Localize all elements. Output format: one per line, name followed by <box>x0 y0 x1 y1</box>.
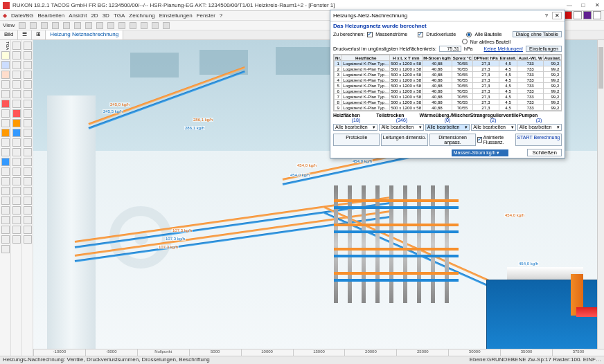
draw-icon[interactable] <box>12 80 21 89</box>
table-row[interactable]: 7Logatrend K-Plan Typ…500 x 1200 x 5840,… <box>335 94 562 100</box>
edit-icon[interactable] <box>24 80 32 89</box>
col-header[interactable]: Einstell. <box>499 55 517 61</box>
draw-icon[interactable] <box>12 109 21 118</box>
tool-icon[interactable] <box>1 187 10 195</box>
draw-icon[interactable] <box>12 235 21 244</box>
draw-icon[interactable] <box>12 100 21 108</box>
layers-icon[interactable] <box>30 22 37 29</box>
menu-2d[interactable]: 2D <box>91 12 98 19</box>
edit-icon[interactable] <box>24 158 32 166</box>
tool-icon[interactable] <box>1 235 10 244</box>
misc-tool-icon[interactable] <box>141 22 148 29</box>
edit-icon[interactable] <box>24 119 32 127</box>
tab-heizung-netz[interactable]: Heizung Netznachrechnung <box>46 30 123 39</box>
select-icon[interactable] <box>52 22 59 29</box>
tool-icon[interactable] <box>1 148 10 156</box>
box-icon[interactable] <box>107 22 114 29</box>
edit-icon[interactable] <box>24 42 32 50</box>
menu-tga[interactable]: TGA <box>114 12 125 19</box>
draw-icon[interactable] <box>12 148 21 156</box>
col-header[interactable]: H x L x T mm <box>390 55 423 61</box>
menu-ansicht[interactable]: Ansicht <box>69 12 87 19</box>
maximize-button[interactable]: □ <box>579 2 587 8</box>
dd-pu[interactable]: Alle bearbeiten▾ <box>517 124 562 131</box>
minimize-button[interactable]: — <box>565 2 574 8</box>
draw-icon[interactable] <box>12 42 21 50</box>
tool-icon[interactable] <box>1 245 10 253</box>
tool-icon[interactable] <box>1 206 10 215</box>
col-header[interactable]: Heizfläche <box>342 55 390 61</box>
dd-wm[interactable]: Alle bearbeiten▾ <box>425 124 470 131</box>
draw-icon[interactable] <box>12 158 21 166</box>
tool-icon[interactable] <box>1 71 10 79</box>
dd-sv[interactable]: Alle bearbeiten▾ <box>471 124 515 131</box>
tab-bild[interactable]: Bild <box>0 30 18 39</box>
link-no-messages[interactable]: Keine Meldungen! <box>484 46 523 51</box>
edit-icon[interactable] <box>24 177 32 185</box>
btn-leitungen[interactable]: Leitungen dimensio. <box>381 134 427 146</box>
menu-bearbeiten[interactable]: Bearbeiten <box>37 12 64 19</box>
result-table[interactable]: Nr.HeizflächeH x L x T mmM-Strom kg/hSpr… <box>333 54 562 111</box>
draw-icon[interactable] <box>12 216 21 224</box>
edit-icon[interactable] <box>24 90 32 98</box>
draw-icon[interactable] <box>12 51 21 60</box>
tool-icon[interactable] <box>1 129 10 137</box>
tool-icon[interactable] <box>1 138 10 147</box>
dd-hf[interactable]: Alle bearbeiten▾ <box>333 124 378 131</box>
table-row[interactable]: 8Logatrend K-Plan Typ…500 x 1200 x 5840,… <box>335 100 562 105</box>
draw-icon[interactable] <box>12 61 21 69</box>
dd-massflow-unit[interactable]: Massen-Strom kg/h ▾ <box>452 149 509 156</box>
tool-icon[interactable] <box>1 80 10 89</box>
tool-icon[interactable] <box>1 177 10 185</box>
col-header[interactable]: Nr. <box>335 55 342 61</box>
tool-icon[interactable] <box>1 61 10 69</box>
edit-icon[interactable] <box>24 100 32 108</box>
table-row[interactable]: 5Logatrend K-Plan Typ…500 x 1200 x 5840,… <box>335 83 562 89</box>
edit-icon[interactable] <box>24 167 32 176</box>
edit-icon[interactable] <box>24 61 32 69</box>
draw-icon[interactable] <box>12 119 21 127</box>
close-button[interactable]: ✕ <box>593 2 601 8</box>
tool-icon[interactable] <box>1 100 10 108</box>
misc-tool-icon[interactable] <box>163 22 170 29</box>
menu-fenster[interactable]: Fenster <box>197 12 215 19</box>
gear-icon[interactable] <box>19 22 26 29</box>
tab-grid-icon[interactable]: ⊞ <box>32 30 46 39</box>
edit-icon[interactable] <box>24 197 32 205</box>
rect-select-icon[interactable] <box>74 22 81 29</box>
app-shortcut-icon[interactable] <box>574 11 582 19</box>
draw-icon[interactable] <box>12 226 21 234</box>
btn-close[interactable]: Schließen <box>527 149 562 156</box>
col-header[interactable]: DPVent hPa <box>473 55 499 61</box>
chk-massflow[interactable] <box>367 32 373 37</box>
col-header[interactable]: Ausl.-WL W <box>517 55 543 61</box>
menu-zeichnung[interactable]: Zeichnung <box>129 12 154 19</box>
table-row[interactable]: 3Logatrend K-Plan Typ…500 x 1200 x 5840,… <box>335 72 562 78</box>
draw-icon[interactable] <box>12 129 21 137</box>
dd-ts[interactable]: Alle bearbeiten▾ <box>379 124 423 131</box>
ruler-icon[interactable] <box>63 22 70 29</box>
table-row[interactable]: 9Logatrend K-Plan Typ…500 x 1200 x 5840,… <box>335 105 562 111</box>
viewport-scrollbar[interactable] <box>597 40 604 349</box>
pan-icon[interactable] <box>96 22 103 29</box>
col-header[interactable]: Auslast. % <box>543 55 562 61</box>
edit-icon[interactable] <box>24 226 32 234</box>
draw-icon[interactable] <box>12 206 21 215</box>
dialog-help-icon[interactable]: ? <box>545 12 548 19</box>
tool-icon[interactable] <box>1 226 10 234</box>
draw-icon[interactable] <box>12 197 21 205</box>
radio-only-active[interactable] <box>462 39 468 44</box>
tool-icon[interactable] <box>1 119 10 127</box>
edit-icon[interactable] <box>24 129 32 137</box>
edit-icon[interactable] <box>24 216 32 224</box>
chk-animated-flow[interactable] <box>477 137 481 143</box>
table-row[interactable]: 4Logatrend K-Plan Typ…500 x 1200 x 5840,… <box>335 78 562 83</box>
edit-icon[interactable] <box>24 148 32 156</box>
tab-list-icon[interactable]: ☰ <box>18 30 32 39</box>
zoom-icon[interactable] <box>85 22 92 29</box>
table-row[interactable]: 1Logatrend K-Plan Typ…500 x 1200 x 5840,… <box>335 61 562 66</box>
radio-all-parts[interactable] <box>466 32 472 37</box>
draw-icon[interactable] <box>12 138 21 147</box>
chk-pressureloss[interactable] <box>418 32 423 37</box>
tool-icon[interactable] <box>1 90 10 98</box>
